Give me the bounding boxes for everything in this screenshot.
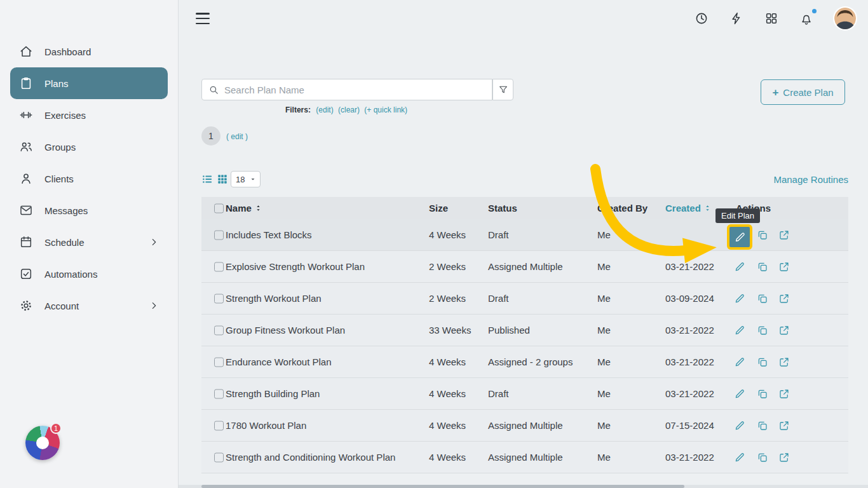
sidebar-item-plans[interactable]: Plans [10, 67, 168, 99]
plan-name: Includes Text Blocks [226, 219, 312, 250]
sidebar-item-label: Clients [44, 173, 168, 184]
filters-quick-link[interactable]: (+ quick link) [364, 105, 407, 114]
column-header-name[interactable]: Name [226, 197, 262, 219]
search-box[interactable] [201, 79, 492, 100]
open-plan-button[interactable] [778, 325, 790, 336]
copy-plan-button[interactable] [757, 325, 768, 336]
checkbox-icon [19, 267, 33, 281]
history-icon[interactable] [695, 11, 709, 25]
row-checkbox[interactable] [214, 325, 224, 335]
plan-size: 4 Weeks [429, 442, 466, 473]
calendar-icon [19, 235, 33, 249]
sidebar-item-exercises[interactable]: Exercises [10, 99, 168, 131]
copy-plan-button[interactable] [757, 420, 768, 431]
user-avatar[interactable] [834, 8, 856, 29]
sidebar-item-dashboard[interactable]: Dashboard [10, 36, 168, 67]
person-icon [19, 172, 33, 186]
list-view-icon[interactable] [201, 173, 213, 185]
clipboard-icon [19, 76, 33, 90]
open-plan-button[interactable] [778, 261, 790, 273]
edit-plan-button[interactable] [734, 293, 745, 304]
row-checkbox[interactable] [214, 421, 224, 430]
table-body: Includes Text Blocks4 WeeksDraftMeExplos… [201, 219, 848, 473]
hamburger-menu-icon[interactable] [196, 13, 210, 24]
row-checkbox[interactable] [214, 452, 224, 462]
copy-plan-button[interactable] [757, 261, 768, 273]
search-input[interactable] [224, 85, 485, 95]
sidebar-nav: DashboardPlansExercisesGroupsClientsMess… [0, 36, 178, 322]
sidebar-item-label: Dashboard [44, 46, 168, 57]
search-area [201, 79, 513, 100]
horizontal-scrollbar[interactable] [179, 485, 868, 488]
table-row: Strength Workout Plan2 WeeksDraftMe03-09… [201, 283, 848, 315]
sidebar-item-groups[interactable]: Groups [10, 131, 168, 163]
edit-plan-button[interactable] [734, 325, 745, 336]
column-header-created[interactable]: Created [665, 197, 712, 219]
grid-view-icon[interactable] [217, 173, 228, 185]
apps-icon[interactable] [764, 11, 778, 25]
row-checkbox[interactable] [214, 294, 224, 303]
sort-icon [703, 204, 712, 212]
row-checkbox[interactable] [214, 357, 224, 367]
create-plan-button[interactable]: + Create Plan [761, 79, 845, 105]
plan-size: 2 Weeks [429, 251, 466, 282]
open-plan-button[interactable] [778, 293, 790, 304]
bell-icon[interactable] [799, 11, 813, 25]
edit-plan-button[interactable] [734, 452, 745, 463]
sidebar-item-automations[interactable]: Automations [10, 258, 168, 290]
open-plan-button[interactable] [778, 229, 790, 241]
column-header-size: Size [429, 197, 448, 219]
plan-created-by: Me [597, 378, 611, 409]
plan-name: Strength and Conditioning Workout Plan [226, 442, 395, 473]
edit-plan-button[interactable] [734, 261, 745, 273]
sidebar-item-account[interactable]: Account [10, 290, 168, 322]
edit-plan-tooltip: Edit Plan [715, 208, 760, 223]
sidebar-item-messages[interactable]: Messages [10, 194, 168, 226]
filters-clear-link[interactable]: (clear) [338, 105, 360, 114]
gear-icon [19, 299, 33, 313]
column-label: Created [665, 203, 701, 214]
edit-plan-button[interactable] [734, 388, 745, 400]
plan-status: Draft [488, 283, 509, 314]
sort-icon [254, 204, 262, 212]
sidebar-item-clients[interactable]: Clients [10, 163, 168, 194]
row-checkbox[interactable] [214, 230, 224, 240]
select-all-checkbox[interactable] [214, 203, 224, 213]
edit-plan-button[interactable] [734, 356, 745, 368]
edit-plan-highlight[interactable] [727, 224, 752, 250]
filters-edit-link[interactable]: (edit) [316, 105, 333, 114]
pagination-edit-link[interactable]: ( edit ) [226, 132, 248, 141]
plan-created-date: 03-21-2022 [665, 442, 714, 473]
sidebar-item-label: Exercises [44, 110, 168, 121]
edit-plan-button[interactable] [734, 420, 745, 431]
table-row: Explosive Strength Workout Plan2 WeeksAs… [201, 251, 848, 283]
plan-size: 4 Weeks [429, 219, 466, 250]
plan-created-by: Me [597, 219, 611, 250]
open-plan-button[interactable] [778, 356, 790, 368]
page-number[interactable]: 1 [201, 126, 220, 146]
open-plan-button[interactable] [778, 420, 790, 431]
app-logo[interactable]: 1 [25, 426, 60, 460]
page-size-select[interactable]: 18 [231, 171, 261, 187]
copy-plan-button[interactable] [757, 388, 768, 400]
plan-created-by: Me [597, 442, 611, 473]
bolt-icon[interactable] [729, 11, 743, 25]
row-checkbox[interactable] [214, 389, 224, 398]
table-row: Group Fitness Workout Plan33 WeeksPublis… [201, 315, 848, 346]
scrollbar-thumb[interactable] [201, 485, 684, 488]
manage-routines-link[interactable]: Manage Routines [773, 174, 848, 185]
copy-plan-button[interactable] [757, 293, 768, 304]
filter-button[interactable] [492, 79, 513, 100]
copy-plan-button[interactable] [757, 356, 768, 368]
sidebar-item-label: Groups [44, 142, 168, 152]
plan-name: Explosive Strength Workout Plan [226, 251, 365, 282]
sidebar-item-schedule[interactable]: Schedule [10, 226, 168, 258]
open-plan-button[interactable] [778, 452, 790, 463]
row-checkbox[interactable] [214, 262, 224, 271]
plan-created-by: Me [597, 346, 611, 377]
plan-created-by: Me [597, 251, 611, 282]
open-plan-button[interactable] [778, 388, 790, 400]
copy-plan-button[interactable] [757, 452, 768, 463]
copy-plan-button[interactable] [757, 229, 768, 241]
plan-name: Strength Building Plan [226, 378, 320, 409]
